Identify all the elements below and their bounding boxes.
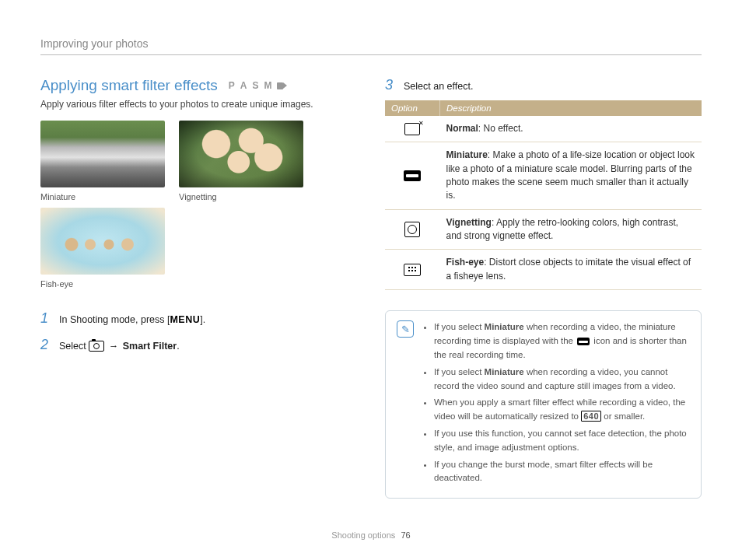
effects-table: Option Description Normal: No effect. Mi… [385,100,702,291]
note-1a: If you select [434,322,485,331]
note-2: If you select Miniature when recording a… [434,366,690,394]
menu-button-label: MENU [170,314,200,325]
mode-s: S [252,80,259,91]
mode-indicators: P A S M [229,80,289,91]
step-3-number: 3 [385,77,396,93]
vignetting-icon [404,222,420,237]
step-1-text-post: ]. [200,314,205,325]
mode-p: P [229,80,236,91]
row-miniature: Miniature: Make a photo of a life-size l… [385,142,702,210]
step-2-text-pre: Select [59,341,89,352]
footer-section: Shooting options [331,530,395,540]
step-3-text: Select an effect. [404,79,702,94]
note-3: When you apply a smart filter effect whi… [434,396,690,424]
fisheye-icon [404,264,421,276]
step-1-text-pre: In Shooting mode, press [ [59,314,170,325]
thumb-vignetting: Vignetting [179,121,303,201]
step-1-number: 1 [40,310,51,327]
row-vignetting: Vignetting: Apply the retro-looking colo… [385,209,702,250]
th-option: Option [385,100,440,116]
fisheye-label: Fish-eye [40,279,165,289]
step-2-post: . [177,341,179,352]
note-2a: If you select [434,367,485,376]
camera-icon [89,341,104,352]
movie-mode-icon [277,82,288,89]
miniature-image [40,121,165,187]
fisheye-image [40,208,165,275]
smart-filter-label: Smart Filter [123,341,177,352]
miniature-name: Miniature [446,149,488,160]
note-icon: ✎ [397,320,414,338]
th-description: Description [440,100,702,116]
size-640-icon: 640 [581,411,601,422]
note-5: If you change the burst mode, smart filt… [434,458,690,486]
note-3c: or smaller. [601,411,645,421]
vignetting-name: Vignetting [446,217,492,228]
right-column: 3 Select an effect. Option Description N… [385,77,702,499]
steps-list: 1 In Shooting mode, press [MENU]. 2 Sele… [40,310,357,354]
page-footer: Shooting options 76 [0,530,742,540]
row-fisheye: Fish-eye: Distort close objects to imita… [385,250,702,290]
mode-a: A [240,80,248,91]
note-box: ✎ If you select Miniature when recording… [385,310,702,499]
thumb-miniature: Miniature [40,121,165,201]
inline-miniature-icon [577,338,590,345]
thumb-fisheye: Fish-eye [40,208,165,289]
normal-icon [404,123,420,135]
manual-page: Improving your photos Applying smart fil… [0,0,742,560]
mode-m: M [264,80,272,91]
note-1b: Miniature [485,322,524,331]
miniature-label: Miniature [40,192,165,201]
row-normal: Normal: No effect. [385,116,702,142]
step-2: 2 Select → Smart Filter. [40,337,357,354]
vignetting-image [179,121,303,187]
vignetting-label: Vignetting [179,192,303,201]
fisheye-name: Fish-eye [446,257,485,268]
section-title: Applying smart filter effects [40,77,218,94]
normal-name: Normal [446,123,478,134]
step-3: 3 Select an effect. [385,77,702,94]
page-number: 76 [401,530,410,540]
note-3a: When you apply a smart filter effect whi… [434,397,685,421]
arrow-icon: → [109,341,119,352]
content-columns: Applying smart filter effects P A S M Ap… [40,77,702,499]
left-column: Applying smart filter effects P A S M Ap… [40,77,357,499]
note-4: If you use this function, you cannot set… [434,427,690,455]
note-list: If you select Miniature when recording a… [423,320,690,488]
step-1: 1 In Shooting mode, press [MENU]. [40,310,357,327]
note-2b: Miniature [485,367,524,376]
intro-text: Apply various filter effects to your pho… [40,99,357,110]
breadcrumb: Improving your photos [40,37,702,55]
step-2-number: 2 [40,337,51,353]
normal-desc: : No effect. [478,123,523,134]
note-1: If you select Miniature when recording a… [434,320,690,362]
miniature-icon [404,170,421,181]
